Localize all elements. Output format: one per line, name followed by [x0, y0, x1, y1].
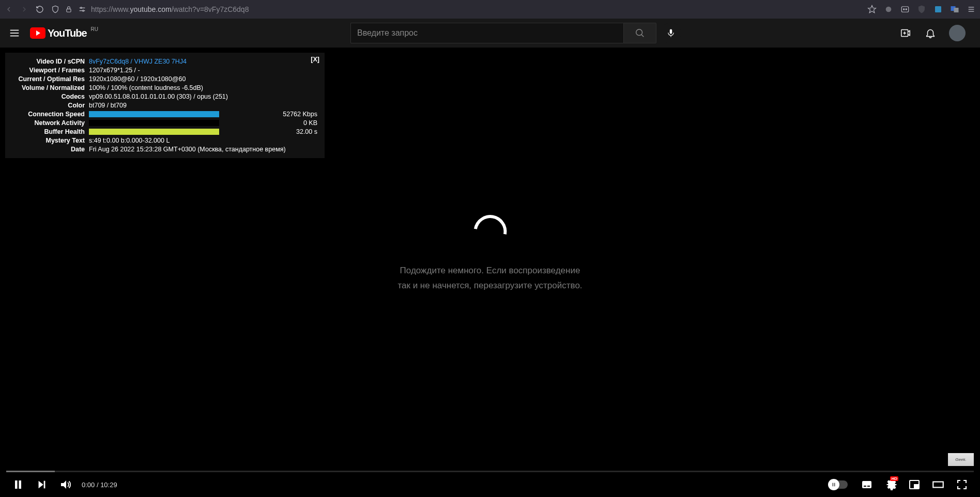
- svg-rect-10: [935, 6, 941, 12]
- player-controls: 0:00 / 10:29 HD: [0, 472, 980, 497]
- stats-value: Fri Aug 26 2022 15:23:28 GMT+0300 (Москв…: [89, 146, 319, 153]
- shield-icon[interactable]: [51, 5, 60, 14]
- pause-button[interactable]: [6, 472, 30, 497]
- fullscreen-button[interactable]: [950, 472, 974, 497]
- stats-label: Network Activity: [10, 119, 89, 127]
- url-host: youtube.com: [130, 5, 171, 13]
- voice-search-button[interactable]: [661, 23, 681, 43]
- stats-value: 0 KB: [222, 119, 319, 127]
- miniplayer-button[interactable]: [902, 472, 926, 497]
- svg-point-6: [886, 7, 892, 12]
- svg-rect-12: [954, 8, 959, 12]
- svg-line-22: [641, 35, 644, 37]
- autoplay-knob-pause-icon: [828, 479, 839, 490]
- stats-label: Connection Speed: [10, 111, 89, 118]
- svg-rect-28: [19, 480, 22, 489]
- volume-button[interactable]: [54, 472, 78, 497]
- search-button[interactable]: [623, 23, 656, 43]
- browser-menu-icon[interactable]: [967, 5, 976, 14]
- stats-value: 52762 Kbps: [222, 111, 319, 118]
- stats-label: Buffer Health: [10, 128, 89, 135]
- svg-rect-27: [15, 480, 18, 489]
- url-path: /watch?v=8vFy7zC6dq8: [172, 5, 249, 13]
- stats-value: 1920x1080@60 / 1920x1080@60: [89, 75, 319, 83]
- svg-marker-31: [61, 480, 66, 489]
- connection-speed-bar: [89, 111, 219, 117]
- svg-point-21: [636, 29, 642, 36]
- notifications-button[interactable]: [924, 27, 937, 39]
- svg-point-4: [83, 10, 84, 11]
- browser-url[interactable]: https://www.youtube.com/watch?v=8vFy7zC6…: [91, 5, 249, 13]
- browser-toolbar: https://www.youtube.com/watch?v=8vFy7zC6…: [0, 0, 980, 19]
- stats-close-button[interactable]: [X]: [311, 56, 319, 63]
- account-avatar[interactable]: [949, 25, 966, 41]
- search-input[interactable]: [350, 23, 623, 43]
- stats-label: Viewport / Frames: [10, 67, 89, 74]
- svg-marker-5: [868, 6, 876, 13]
- ublock-icon[interactable]: [917, 5, 926, 14]
- translate-icon[interactable]: [950, 5, 959, 14]
- next-button[interactable]: [30, 472, 54, 497]
- svg-rect-38: [914, 485, 918, 488]
- stats-value: bt709 / bt709: [89, 102, 319, 109]
- youtube-header: YouTube RU: [0, 19, 980, 48]
- lock-icon[interactable]: [64, 5, 73, 14]
- youtube-logo[interactable]: YouTube RU: [30, 27, 98, 39]
- network-activity-bar: [89, 120, 219, 126]
- player-time: 0:00 / 10:29: [82, 481, 117, 489]
- loading-message-line: Подождите немного. Если воспроизведение: [397, 263, 582, 278]
- stats-label: Codecs: [10, 93, 89, 100]
- extension-icon-4[interactable]: [933, 5, 943, 14]
- hd-badge: HD: [890, 476, 898, 481]
- youtube-logo-text: YouTube: [48, 27, 87, 39]
- subtitles-button[interactable]: [855, 472, 879, 497]
- browser-back-button[interactable]: [4, 5, 13, 14]
- stats-label: Volume / Normalized: [10, 84, 89, 91]
- svg-rect-0: [67, 9, 71, 12]
- stats-value: s:49 t:0.00 b:0.000-32.000 L: [89, 137, 319, 144]
- stats-value: 8vFy7zC6dq8 / VHWJ ZE30 7HJ4: [89, 58, 319, 65]
- svg-marker-29: [39, 481, 43, 489]
- permissions-icon[interactable]: [78, 5, 87, 14]
- svg-rect-35: [864, 486, 866, 487]
- url-scheme: https://www.: [91, 5, 130, 13]
- channel-watermark[interactable]: Geek.: [948, 453, 974, 466]
- svg-rect-39: [933, 482, 943, 488]
- stats-value: vp09.00.51.08.01.01.01.01.00 (303) / opu…: [89, 93, 319, 100]
- svg-rect-33: [834, 483, 835, 487]
- theater-mode-button[interactable]: [926, 472, 950, 497]
- video-player[interactable]: [X] Video ID / sCPN 8vFy7zC6dq8 / VHWJ Z…: [0, 48, 980, 497]
- settings-button[interactable]: HD: [879, 472, 902, 497]
- stats-label: Date: [10, 146, 89, 153]
- hamburger-menu-button[interactable]: [8, 27, 21, 39]
- buffer-health-bar: [89, 129, 219, 135]
- loading-spinner-icon: [467, 209, 513, 255]
- stats-for-nerds-panel: [X] Video ID / sCPN 8vFy7zC6dq8 / VHWJ Z…: [5, 53, 325, 158]
- browser-forward-button[interactable]: [20, 5, 29, 14]
- stats-label: Current / Optimal Res: [10, 75, 89, 83]
- svg-rect-34: [862, 481, 871, 488]
- loading-overlay: Подождите немного. Если воспроизведение …: [397, 215, 582, 293]
- svg-point-3: [81, 7, 82, 9]
- svg-rect-36: [867, 486, 870, 487]
- stats-label: Mystery Text: [10, 137, 89, 144]
- stats-value: 32.00 s: [222, 128, 319, 135]
- svg-point-9: [906, 9, 907, 10]
- youtube-country-code: RU: [91, 26, 98, 32]
- svg-point-8: [904, 9, 905, 10]
- extension-icon-1[interactable]: [884, 5, 893, 14]
- autoplay-toggle[interactable]: [829, 480, 848, 489]
- browser-reload-button[interactable]: [35, 5, 44, 14]
- svg-rect-32: [833, 483, 834, 487]
- stats-label: Video ID / sCPN: [10, 58, 89, 65]
- svg-rect-30: [44, 481, 45, 489]
- bookmark-star-icon[interactable]: [867, 5, 877, 14]
- stats-value: 1207x679*1.25 / -: [89, 67, 319, 74]
- extension-icon-2[interactable]: [900, 5, 910, 14]
- create-button[interactable]: [899, 27, 912, 39]
- loading-message-line: так и не начнется, перезагрузите устройс…: [397, 278, 582, 293]
- stats-value: 100% / 100% (content loudness -6.5dB): [89, 84, 319, 91]
- youtube-play-icon: [30, 27, 45, 39]
- stats-label: Color: [10, 102, 89, 109]
- svg-rect-7: [901, 7, 909, 12]
